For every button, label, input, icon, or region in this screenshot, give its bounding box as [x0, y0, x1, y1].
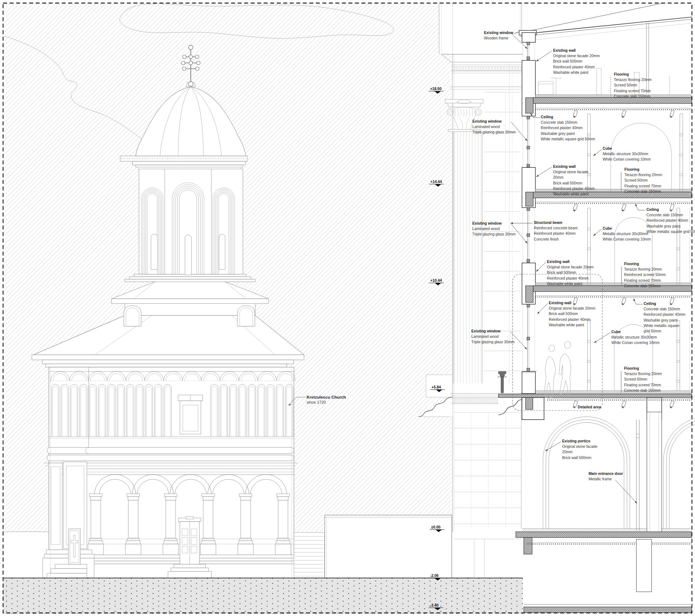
svg-text:White Corian covering 10mm: White Corian covering 10mm — [603, 237, 651, 241]
svg-text:Triple glazing glass 30mm: Triple glazing glass 30mm — [471, 340, 514, 344]
svg-text:Existing window: Existing window — [471, 329, 501, 333]
svg-text:Brick wall 500mm: Brick wall 500mm — [549, 312, 578, 316]
svg-text:Triple glazing glass 30mm: Triple glazing glass 30mm — [472, 130, 515, 134]
svg-text:Flooring: Flooring — [624, 262, 639, 266]
svg-text:Brick wall 500mm: Brick wall 500mm — [547, 271, 576, 275]
svg-text:Floating screed 70mm: Floating screed 70mm — [624, 184, 661, 188]
svg-text:grid 50mm: grid 50mm — [644, 329, 661, 333]
svg-text:Screed 50mm: Screed 50mm — [624, 377, 647, 381]
svg-text:White Corian covering 10mm: White Corian covering 10mm — [603, 157, 651, 161]
svg-text:White metallic square: White metallic square — [644, 324, 679, 328]
svg-text:Brick wall 500mm: Brick wall 500mm — [562, 456, 591, 460]
svg-text:Existing window: Existing window — [472, 221, 502, 225]
svg-text:Floating screed 70mm: Floating screed 70mm — [624, 383, 661, 387]
svg-text:+14.44: +14.44 — [430, 180, 442, 184]
svg-text:Existing wall: Existing wall — [549, 301, 572, 305]
svg-text:+10.44: +10.44 — [430, 279, 442, 282]
svg-text:Reinforced plaster 40mm: Reinforced plaster 40mm — [553, 187, 595, 191]
svg-text:Terazzo flooring 20mm: Terazzo flooring 20mm — [624, 173, 662, 177]
svg-text:Concrete slab 150mm: Concrete slab 150mm — [646, 213, 683, 217]
svg-text:Ceiling: Ceiling — [644, 302, 656, 306]
svg-text:20mm: 20mm — [562, 450, 573, 454]
svg-text:Original stone facade 20mm: Original stone facade 20mm — [553, 54, 600, 58]
svg-text:Existing window: Existing window — [484, 31, 514, 35]
svg-text:Existing window: Existing window — [472, 119, 502, 123]
svg-text:20mm: 20mm — [553, 175, 564, 179]
svg-text:Flooring: Flooring — [624, 366, 639, 370]
svg-text:Washable grey paint: Washable grey paint — [541, 132, 575, 136]
svg-text:Existing wall: Existing wall — [553, 48, 576, 52]
svg-text:Flooring: Flooring — [614, 72, 629, 76]
svg-text:White metallic square grid 50m: White metallic square grid 50mm — [541, 137, 595, 141]
svg-text:Concrete slab 150mm: Concrete slab 150mm — [541, 120, 577, 124]
svg-text:Structural beam: Structural beam — [534, 221, 562, 225]
svg-text:Reinforced plaster 40mm: Reinforced plaster 40mm — [644, 313, 685, 317]
svg-text:Brick wall 500mm: Brick wall 500mm — [553, 181, 582, 185]
svg-text:Laminated wood: Laminated wood — [472, 125, 500, 129]
svg-text:Cube: Cube — [611, 330, 621, 334]
svg-text:Ceiling: Ceiling — [646, 208, 659, 212]
svg-text:Existing portico: Existing portico — [562, 439, 590, 443]
svg-text:Washable white paint: Washable white paint — [553, 192, 589, 196]
svg-text:Flooring: Flooring — [624, 167, 639, 171]
svg-text:Terazzo flooring 20mm: Terazzo flooring 20mm — [624, 267, 662, 271]
svg-text:Concrete slab 150mm: Concrete slab 150mm — [614, 94, 650, 98]
svg-text:Existing wall: Existing wall — [547, 260, 570, 264]
svg-text:Brick wall 500mm: Brick wall 500mm — [553, 59, 582, 63]
svg-text:Floating screed 70mm: Floating screed 70mm — [614, 89, 651, 93]
svg-text:Existing wall: Existing wall — [553, 165, 576, 169]
svg-text:Metallic structure 30x30mm: Metallic structure 30x30mm — [603, 232, 648, 236]
svg-text:Cube: Cube — [603, 146, 612, 150]
svg-text:-3.40: -3.40 — [430, 603, 439, 607]
svg-text:Reinforced concrete beam: Reinforced concrete beam — [534, 226, 578, 230]
svg-text:Concrete slab 150mm: Concrete slab 150mm — [624, 190, 661, 194]
svg-text:Concrete slab 150mm: Concrete slab 150mm — [624, 388, 661, 392]
svg-text:Reinforced screed 50mm: Reinforced screed 50mm — [624, 273, 666, 277]
svg-text:Concrete finish: Concrete finish — [534, 237, 559, 241]
svg-text:Reinforced plaster 40mm: Reinforced plaster 40mm — [547, 276, 589, 280]
svg-text:+5.84: +5.84 — [431, 385, 441, 389]
svg-text:Washable white paint: Washable white paint — [549, 323, 584, 327]
svg-text:Reinforced plaster 40mm: Reinforced plaster 40mm — [534, 231, 576, 235]
svg-text:Triple glazing glass 30mm: Triple glazing glass 30mm — [472, 232, 515, 236]
svg-text:Detailed area: Detailed area — [578, 405, 601, 409]
svg-text:Reinforced plaster 40mm: Reinforced plaster 40mm — [549, 318, 590, 322]
svg-text:Original stone facade 20mm: Original stone facade 20mm — [549, 306, 595, 310]
svg-text:Wooden frame: Wooden frame — [484, 36, 509, 40]
svg-text:Washable white paint: Washable white paint — [553, 71, 589, 75]
svg-text:Concrete slab 150mm: Concrete slab 150mm — [624, 284, 661, 288]
svg-text:Laminated wood: Laminated wood — [471, 335, 499, 339]
svg-text:Metallic frame: Metallic frame — [589, 477, 612, 481]
svg-text:Ceiling: Ceiling — [541, 115, 553, 119]
svg-text:Terazzo flooring 20mm: Terazzo flooring 20mm — [624, 372, 662, 376]
svg-text:Reinforced plaster 40mm: Reinforced plaster 40mm — [553, 65, 595, 69]
svg-text:Laminated wood: Laminated wood — [472, 227, 500, 231]
svg-text:+18.50: +18.50 — [430, 87, 442, 91]
svg-text:Reinforced plaster 40mm: Reinforced plaster 40mm — [541, 126, 582, 130]
svg-text:Terazzo flooring 20mm: Terazzo flooring 20mm — [614, 78, 652, 82]
svg-text:Washable grey paint: Washable grey paint — [646, 224, 681, 228]
svg-text:Screed 50mm: Screed 50mm — [614, 83, 637, 87]
svg-text:Cube: Cube — [603, 226, 612, 230]
svg-text:±0.00: ±0.00 — [431, 525, 441, 529]
svg-text:Concrete slab 150mm: Concrete slab 150mm — [644, 307, 680, 311]
svg-text:Metallic structure 30x30mm: Metallic structure 30x30mm — [611, 335, 657, 339]
svg-text:Main entrance door: Main entrance door — [589, 472, 623, 476]
svg-text:Floating screed 70mm: Floating screed 70mm — [624, 279, 661, 282]
svg-text:White Corian covering 10mm: White Corian covering 10mm — [611, 341, 660, 345]
svg-text:Original stone facade: Original stone facade — [562, 445, 598, 449]
svg-text:Washable white paint: Washable white paint — [547, 282, 582, 286]
svg-text:since 1720: since 1720 — [307, 400, 326, 404]
svg-text:Kretzulescu Church: Kretzulescu Church — [307, 395, 346, 399]
svg-text:-2.06: -2.06 — [430, 574, 439, 578]
svg-text:Original stone facade 20mm: Original stone facade 20mm — [547, 265, 594, 269]
svg-text:Reinforced plaster 40mm: Reinforced plaster 40mm — [646, 218, 688, 222]
svg-text:Original stone facade: Original stone facade — [553, 170, 589, 174]
svg-text:Screed 50mm: Screed 50mm — [624, 178, 648, 182]
svg-text:White metallic square grid 50m: White metallic square grid 50mm — [646, 230, 695, 234]
svg-text:Washable grey paint: Washable grey paint — [644, 318, 678, 322]
svg-text:Metallic structure 30x30mm: Metallic structure 30x30mm — [603, 152, 648, 156]
